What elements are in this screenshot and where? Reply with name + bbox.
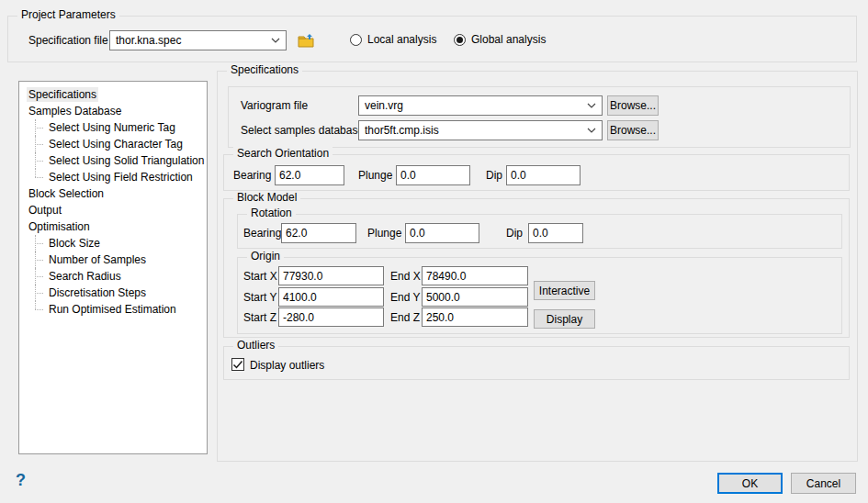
tree-item-block-size[interactable]: Block Size xyxy=(19,235,207,252)
tree-item-select-using-numeric-tag[interactable]: Select Using Numeric Tag xyxy=(19,119,207,136)
tree-item-block-selection[interactable]: Block Selection xyxy=(19,185,207,202)
outliers-group: Outliers Display outliers xyxy=(223,346,850,380)
end-z-field[interactable] xyxy=(422,307,528,327)
rotation-plunge-label: Plunge xyxy=(367,227,401,240)
radio-global-label: Global analysis xyxy=(471,33,546,46)
start-z-field[interactable] xyxy=(278,307,384,327)
rotation-bearing-label: Bearing xyxy=(243,227,281,240)
rotation-dip-label: Dip xyxy=(506,227,523,240)
origin-group: Origin Start X End X Start Y End Y Start… xyxy=(237,257,842,334)
end-x-field[interactable] xyxy=(422,266,528,285)
search-plunge-label: Plunge xyxy=(358,169,392,182)
start-y-label: Start Y xyxy=(243,291,276,304)
rotation-group: Rotation Bearing Plunge Dip xyxy=(237,214,842,249)
radio-global-analysis[interactable]: Global analysis xyxy=(454,33,546,46)
chevron-down-icon[interactable] xyxy=(587,128,596,133)
tree-item-run-optimised-estimation[interactable]: Run Optimised Estimation xyxy=(19,301,207,318)
check-icon xyxy=(232,359,243,370)
search-orientation-title: Search Orientation xyxy=(233,147,333,160)
rotation-bearing-field[interactable] xyxy=(281,223,356,243)
tree-item-discretisation-steps[interactable]: Discretisation Steps xyxy=(19,285,207,301)
files-panel: Variogram file vein.vrg Browse... Select… xyxy=(228,86,851,148)
search-dip-field[interactable] xyxy=(506,165,581,185)
radio-local-analysis[interactable]: Local analysis xyxy=(350,33,436,46)
outliers-title: Outliers xyxy=(233,339,278,352)
project-parameters-group: Project Parameters Specification file th… xyxy=(7,16,857,62)
navigation-tree: Specifications Samples Database Select U… xyxy=(18,81,208,454)
search-bearing-field[interactable] xyxy=(275,165,344,185)
interactive-button[interactable]: Interactive xyxy=(534,281,595,300)
end-y-field[interactable] xyxy=(422,287,528,307)
variogram-file-combo[interactable]: vein.vrg xyxy=(358,95,603,116)
chevron-down-icon[interactable] xyxy=(271,38,280,43)
specification-file-label: Specification file xyxy=(28,34,108,47)
folder-open-icon xyxy=(297,33,315,49)
tree-item-select-using-solid-triangulation[interactable]: Select Using Solid Triangulation xyxy=(19,152,207,169)
specification-file-value: thor.kna.spec xyxy=(116,34,267,47)
display-outliers-label[interactable]: Display outliers xyxy=(250,359,324,372)
project-parameters-title: Project Parameters xyxy=(17,8,119,21)
samples-browse-button[interactable]: Browse... xyxy=(607,120,659,140)
cancel-button[interactable]: Cancel xyxy=(791,473,856,494)
end-z-label: End Z xyxy=(390,311,420,324)
display-button[interactable]: Display xyxy=(534,309,595,329)
open-folder-button[interactable] xyxy=(295,30,317,50)
specifications-title: Specifications xyxy=(227,63,302,76)
tree-item-output[interactable]: Output xyxy=(19,202,207,218)
tree-item-select-using-character-tag[interactable]: Select Using Character Tag xyxy=(19,136,207,152)
rotation-title: Rotation xyxy=(247,207,296,219)
search-orientation-group: Search Orientation Bearing Plunge Dip xyxy=(223,154,850,191)
start-z-label: Start Z xyxy=(243,311,276,324)
start-x-label: Start X xyxy=(243,270,277,283)
search-bearing-label: Bearing xyxy=(233,169,271,182)
origin-title: Origin xyxy=(247,250,284,263)
block-model-title: Block Model xyxy=(233,191,300,204)
block-model-group: Block Model Rotation Bearing Plunge Dip … xyxy=(223,198,850,338)
tree-item-specifications[interactable]: Specifications xyxy=(19,86,207,103)
help-icon[interactable]: ? xyxy=(16,471,26,490)
tree-item-optimisation[interactable]: Optimisation xyxy=(19,218,207,235)
specification-file-combo[interactable]: thor.kna.spec xyxy=(109,30,287,50)
specifications-group: Specifications Variogram file vein.vrg B… xyxy=(217,71,858,462)
start-x-field[interactable] xyxy=(278,266,384,285)
ok-button[interactable]: OK xyxy=(717,473,783,494)
radio-circle-selected-icon xyxy=(454,34,466,46)
tree-item-samples-database[interactable]: Samples Database xyxy=(19,103,207,119)
chevron-down-icon[interactable] xyxy=(587,103,596,108)
radio-circle-icon xyxy=(350,34,362,46)
end-x-label: End X xyxy=(390,270,421,283)
search-dip-label: Dip xyxy=(486,169,502,182)
display-outliers-checkbox[interactable] xyxy=(231,358,244,371)
end-y-label: End Y xyxy=(390,291,420,304)
rotation-dip-field[interactable] xyxy=(528,223,583,243)
tree-item-search-radius[interactable]: Search Radius xyxy=(19,268,207,285)
search-plunge-field[interactable] xyxy=(396,165,470,185)
samples-database-value: thor5ft.cmp.isis xyxy=(365,124,583,137)
samples-database-combo[interactable]: thor5ft.cmp.isis xyxy=(358,120,603,140)
radio-local-label: Local analysis xyxy=(367,33,436,46)
samples-database-label: Select samples database xyxy=(241,124,364,137)
start-y-field[interactable] xyxy=(278,287,384,307)
rotation-plunge-field[interactable] xyxy=(405,223,479,243)
tree-item-select-using-field-restriction[interactable]: Select Using Field Restriction xyxy=(19,169,207,185)
tree-item-number-of-samples[interactable]: Number of Samples xyxy=(19,252,207,268)
variogram-file-label: Variogram file xyxy=(241,99,308,112)
variogram-browse-button[interactable]: Browse... xyxy=(607,95,659,116)
variogram-file-value: vein.vrg xyxy=(365,99,583,112)
